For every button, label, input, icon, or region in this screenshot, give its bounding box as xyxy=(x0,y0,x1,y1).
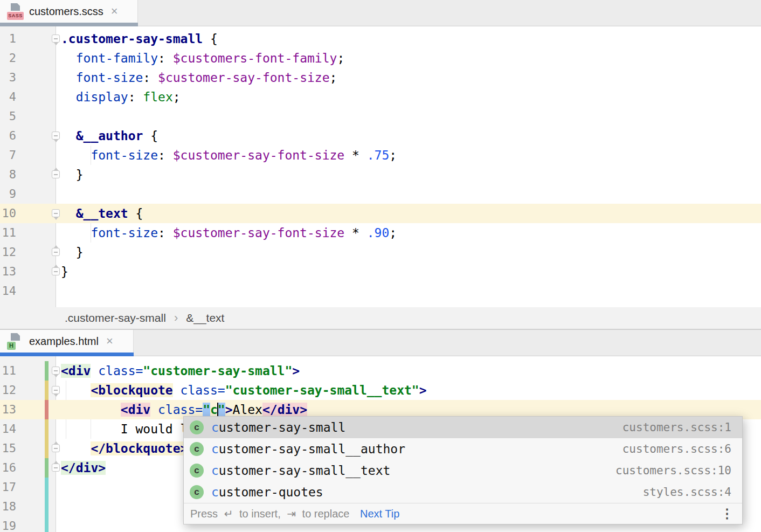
ide-window: SASS customers.scss × 1.customer-say-sma… xyxy=(0,0,761,532)
line-number: 8 xyxy=(0,165,16,184)
completion-label: customer-say-small__text xyxy=(211,464,615,478)
line-number: 11 xyxy=(0,223,16,243)
completion-location: customers.scss:6 xyxy=(622,443,731,455)
fold-marker[interactable] xyxy=(52,209,60,217)
fold-marker[interactable] xyxy=(52,170,60,178)
completion-label: customer-say-small__author xyxy=(211,442,622,456)
completion-label: customer-quotes xyxy=(211,485,643,499)
code-line[interactable]: 13} xyxy=(0,262,761,281)
completion-item[interactable]: ccustomer-say-small__textcustomers.scss:… xyxy=(184,460,742,481)
css-class-icon: c xyxy=(190,464,204,478)
completion-location: customers.scss:10 xyxy=(615,464,731,477)
enter-key-icon: ↵ xyxy=(224,507,233,520)
tag-tree-gutter-bar xyxy=(45,478,49,497)
tag-tree-gutter-bar xyxy=(45,361,49,381)
completion-item[interactable]: ccustomer-say-small__authorcustomers.scs… xyxy=(184,438,742,460)
code-text: font-size: $customer-say-font-size * .75… xyxy=(61,146,761,165)
code-line[interactable]: 12 } xyxy=(0,243,761,262)
code-line[interactable]: 3 font-size: $customer-say-font-size; xyxy=(0,68,761,87)
tag-tree-gutter-bar xyxy=(45,439,49,458)
code-text: font-family: $customers-font-family; xyxy=(61,49,761,68)
footer-hint-insert: to insert, xyxy=(236,508,283,520)
fold-marker[interactable] xyxy=(52,248,60,256)
completion-location: customers.scss:1 xyxy=(622,421,731,434)
footer-hint-replace: to replace xyxy=(299,508,352,520)
file-page-shape xyxy=(11,3,20,11)
scss-editor-pane: SASS customers.scss × 1.customer-say-sma… xyxy=(0,0,761,330)
code-line[interactable]: 2 font-family: $customers-font-family; xyxy=(0,49,761,68)
sass-file-icon: SASS xyxy=(6,3,24,20)
close-icon[interactable]: × xyxy=(106,335,113,347)
code-line[interactable]: 8 } xyxy=(0,165,761,184)
line-number: 12 xyxy=(0,243,16,262)
tab-examples-html[interactable]: H examples.html × xyxy=(0,330,134,353)
scss-tab-bar: SASS customers.scss × xyxy=(0,0,761,23)
code-line[interactable]: 11 font-size: $customer-say-font-size * … xyxy=(0,223,761,243)
line-number: 19 xyxy=(0,516,16,532)
code-line[interactable]: 5 xyxy=(0,107,761,126)
code-line[interactable]: 7 font-size: $customer-say-font-size * .… xyxy=(0,146,761,165)
completion-list: ccustomer-say-smallcustomers.scss:1ccust… xyxy=(184,417,742,503)
code-text: font-size: $customer-say-font-size * .90… xyxy=(61,223,761,243)
line-number: 13 xyxy=(0,262,16,281)
fold-marker[interactable] xyxy=(52,386,60,394)
code-text: &__author { xyxy=(61,126,761,146)
file-page-shape xyxy=(11,333,20,341)
active-tab-underline xyxy=(0,23,761,26)
code-line[interactable]: 4 display: flex; xyxy=(0,87,761,107)
completion-item[interactable]: ccustomer-say-smallcustomers.scss:1 xyxy=(184,417,742,438)
code-text: &__text { xyxy=(61,204,761,223)
code-line[interactable]: 12 <blockquote class="customer-say-small… xyxy=(0,381,761,400)
tab-title: customers.scss xyxy=(29,5,103,18)
code-line[interactable]: 6 &__author { xyxy=(0,126,761,146)
line-number: 15 xyxy=(0,439,16,458)
completion-footer: Press ↵ to insert, ⇥ to replace Next Tip… xyxy=(184,503,742,524)
breadcrumb-item-selector[interactable]: .customer-say-small xyxy=(65,312,166,324)
code-line[interactable]: 11<div class="customer-say-small"> xyxy=(0,361,761,381)
tag-tree-gutter-bar xyxy=(45,497,49,516)
fold-marker[interactable] xyxy=(52,267,60,275)
completion-item[interactable]: ccustomer-quotesstyles.scss:4 xyxy=(184,481,742,503)
html-badge: H xyxy=(7,342,16,350)
code-text: font-size: $customer-say-font-size; xyxy=(61,68,761,87)
tab-customers-scss[interactable]: SASS customers.scss × xyxy=(0,0,138,23)
fold-marker[interactable] xyxy=(52,444,60,452)
code-line[interactable]: 14 xyxy=(0,281,761,301)
line-number: 14 xyxy=(0,281,16,301)
line-number: 18 xyxy=(0,497,16,516)
css-class-icon: c xyxy=(190,485,204,499)
tab-title: examples.html xyxy=(29,335,99,348)
fold-marker[interactable] xyxy=(52,464,60,472)
code-line[interactable]: 9 xyxy=(0,184,761,204)
line-number: 5 xyxy=(0,107,16,126)
tag-tree-gutter-bar xyxy=(45,381,49,400)
completion-popup: ccustomer-say-smallcustomers.scss:1ccust… xyxy=(183,416,743,524)
line-number: 17 xyxy=(0,478,16,497)
code-text: .customer-say-small { xyxy=(61,29,761,49)
code-line[interactable]: 10 &__text { xyxy=(0,204,761,223)
code-text: display: flex; xyxy=(61,87,761,107)
line-number: 10 xyxy=(0,204,16,223)
html-file-icon: H xyxy=(6,333,24,350)
line-number: 12 xyxy=(0,381,16,400)
more-options-icon[interactable]: ⋮ xyxy=(721,507,734,520)
completion-label: customer-say-small xyxy=(211,420,622,434)
line-number: 4 xyxy=(0,87,16,107)
tag-tree-gutter-bar xyxy=(45,400,49,419)
fold-marker[interactable] xyxy=(52,367,60,375)
tab-key-icon: ⇥ xyxy=(287,507,296,520)
footer-hint-press: Press xyxy=(190,508,221,520)
line-number: 13 xyxy=(0,400,16,419)
close-icon[interactable]: × xyxy=(111,5,118,17)
line-number: 2 xyxy=(0,49,16,68)
tag-tree-gutter-bar xyxy=(45,458,49,478)
sass-badge: SASS xyxy=(7,12,24,20)
breadcrumb-item-nested-selector[interactable]: &__text xyxy=(186,312,224,324)
code-line[interactable]: 1.customer-say-small { xyxy=(0,29,761,49)
fold-marker[interactable] xyxy=(52,34,60,43)
line-number: 11 xyxy=(0,361,16,381)
next-tip-link[interactable]: Next Tip xyxy=(360,508,399,520)
scss-code-editor[interactable]: 1.customer-say-small {2 font-family: $cu… xyxy=(0,26,761,307)
fold-marker[interactable] xyxy=(52,132,60,140)
text-caret xyxy=(217,403,218,417)
